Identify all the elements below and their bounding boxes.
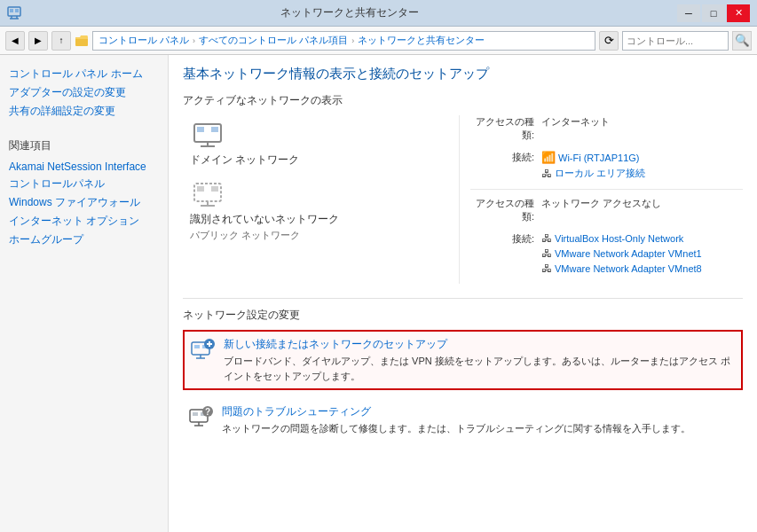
wifi-link[interactable]: 📶 Wi-Fi (RTJAP11G) [541, 151, 645, 164]
vbox-link[interactable]: 🖧 VirtualBox Host-Only Network [541, 232, 702, 245]
access-value-1: インターネット [541, 115, 610, 129]
network-type-2: パブリック ネットワーク [190, 229, 452, 242]
connection-row-access-2: アクセスの種類: ネットワーク アクセスなし [470, 197, 743, 223]
svg-rect-13 [197, 186, 204, 192]
svg-rect-8 [197, 127, 204, 132]
forward-button[interactable]: ▶ [28, 31, 48, 51]
network-icon-2 [190, 182, 225, 208]
access-label-1: アクセスの種類: [470, 115, 541, 142]
sidebar-link-adapter[interactable]: アダプターの設定の変更 [9, 84, 159, 101]
connection-label-1: 接続: [470, 151, 541, 164]
sidebar-link-internet-options[interactable]: インターネット オプション [9, 213, 159, 230]
active-networks-heading: アクティブなネットワークの表示 [183, 93, 743, 108]
new-connection-link[interactable]: 新しい接続またはネットワークのセットアップ [224, 337, 736, 352]
sidebar-link-homegroup[interactable]: ホームグループ [9, 231, 159, 248]
network-connections: アクセスの種類: インターネット 接続: 📶 Wi-Fi (RTJAP11G) … [459, 115, 743, 284]
path-all-items[interactable]: すべてのコントロール パネル項目 [199, 34, 348, 47]
titlebar-icon [7, 6, 21, 20]
search-button[interactable]: 🔍 [732, 31, 752, 51]
back-button[interactable]: ◀ [5, 31, 25, 51]
troubleshoot-desc: ネットワークの問題を診断して修復します。または、トラブルシューティングに関する情… [222, 421, 690, 436]
titlebar-title: ネットワークと共有センター [21, 5, 677, 20]
change-section: ネットワーク設定の変更 新しい接続またはネッ [183, 298, 743, 442]
svg-text:?: ? [205, 407, 210, 417]
new-connection-item: 新しい接続またはネットワークのセットアップ ブロードバンド、ダイヤルアップ、また… [183, 330, 743, 390]
troubleshoot-item: ? 問題のトラブルシューティング ネットワークの問題を診断して修復します。または… [183, 399, 743, 442]
vmnet8-link[interactable]: 🖧 VMware Network Adapter VMnet8 [541, 262, 702, 275]
vmnet1-link[interactable]: 🖧 VMware Network Adapter VMnet1 [541, 247, 702, 260]
maximize-button[interactable]: □ [702, 4, 725, 22]
new-connection-text: 新しい接続またはネットワークのセットアップ ブロードバンド、ダイヤルアップ、また… [224, 337, 736, 383]
network-item-1: ドメイン ネットワーク [190, 122, 452, 168]
close-button[interactable]: ✕ [727, 4, 750, 22]
connection-links-1: 📶 Wi-Fi (RTJAP11G) 🖧 ローカル エリア接続 [541, 151, 645, 180]
connection-row-links-1: 接続: 📶 Wi-Fi (RTJAP11G) 🖧 ローカル エリア接続 [470, 151, 743, 180]
access-label-2: アクセスの種類: [470, 197, 541, 223]
connection-links-2: 🖧 VirtualBox Host-Only Network 🖧 VMware … [541, 232, 702, 275]
titlebar-controls: ─ □ ✕ [677, 4, 750, 22]
troubleshoot-text: 問題のトラブルシューティング ネットワークの問題を診断して修復します。または、ト… [222, 404, 690, 436]
refresh-button[interactable]: ⟳ [599, 31, 619, 51]
page-title: 基本ネットワーク情報の表示と接続のセットアップ [183, 66, 743, 82]
lan-icon: 🖧 [541, 168, 552, 180]
address-path[interactable]: コントロール パネル › すべてのコントロール パネル項目 › ネットワークと共… [92, 31, 595, 51]
network-icon-1 [190, 122, 225, 149]
sidebar: コントロール パネル ホーム アダプターの設定の変更 共有の詳細設定の変更 関連… [0, 55, 169, 532]
network-name-2: 識別されていないネットワーク [190, 212, 452, 227]
vbox-icon: 🖧 [541, 232, 552, 245]
sidebar-link-firewall[interactable]: Windows ファイアウォール [9, 194, 159, 211]
content-area: 基本ネットワーク情報の表示と接続のセットアップ アクティブなネットワークの表示 [169, 55, 757, 532]
svg-rect-14 [211, 186, 218, 192]
search-input[interactable] [622, 31, 729, 51]
folder-icon [75, 34, 89, 48]
main-layout: コントロール パネル ホーム アダプターの設定の変更 共有の詳細設定の変更 関連… [0, 55, 757, 532]
addressbar: ◀ ▶ ↑ コントロール パネル › すべてのコントロール パネル項目 › ネッ… [0, 27, 757, 55]
related-section-title: 関連項目 [9, 138, 159, 153]
minimize-button[interactable]: ─ [677, 4, 700, 22]
access-value-2: ネットワーク アクセスなし [541, 197, 661, 210]
network-item-2: 識別されていないネットワーク パブリック ネットワーク [190, 182, 452, 242]
new-connection-desc: ブロードバンド、ダイヤルアップ、または VPN 接続をセットアップします。あるい… [224, 354, 736, 383]
path-network-center[interactable]: ネットワークと共有センター [358, 34, 485, 47]
sidebar-link-sharing[interactable]: 共有の詳細設定の変更 [9, 103, 159, 120]
new-connection-icon [190, 337, 215, 362]
active-networks: ドメイン ネットワーク 識別されていないネットワーク パブリ [183, 115, 743, 284]
path-control-panel[interactable]: コントロール パネル [99, 34, 189, 47]
change-section-title: ネットワーク設定の変更 [183, 308, 743, 323]
wifi-icon: 📶 [541, 151, 556, 164]
up-button[interactable]: ↑ [51, 31, 71, 51]
divider-1 [470, 189, 743, 190]
sidebar-link-home[interactable]: コントロール パネル ホーム [9, 66, 159, 82]
sidebar-link-akamai[interactable]: Akamai NetSession Interface コントロールパネル [9, 159, 159, 192]
network-name-1: ドメイン ネットワーク [190, 153, 452, 168]
troubleshoot-link[interactable]: 問題のトラブルシューティング [222, 404, 690, 419]
lan-link[interactable]: 🖧 ローカル エリア接続 [541, 167, 645, 180]
connection-row-links-2: 接続: 🖧 VirtualBox Host-Only Network 🖧 VMw… [470, 232, 743, 275]
network-names: ドメイン ネットワーク 識別されていないネットワーク パブリ [183, 115, 459, 284]
connection-label-2: 接続: [470, 232, 541, 246]
svg-rect-2 [15, 9, 19, 12]
titlebar: ネットワークと共有センター ─ □ ✕ [0, 0, 757, 27]
svg-rect-9 [211, 127, 218, 132]
svg-rect-18 [194, 345, 200, 348]
svg-rect-1 [10, 9, 13, 12]
connection-row-access-1: アクセスの種類: インターネット [470, 115, 743, 142]
troubleshoot-icon: ? [188, 404, 213, 429]
svg-rect-26 [193, 412, 198, 416]
vmnet8-icon: 🖧 [541, 262, 552, 275]
vmnet1-icon: 🖧 [541, 247, 552, 260]
